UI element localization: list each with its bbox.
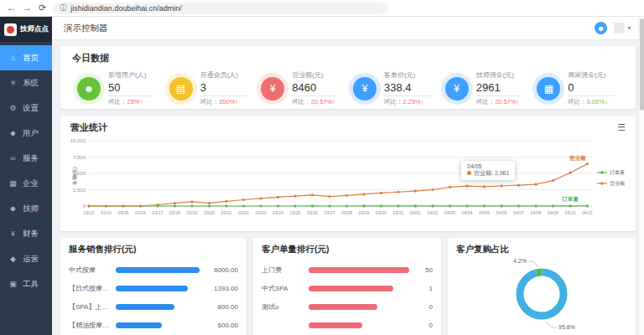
business-stats-card: 营业统计 ☰ 04/05 营业额: 2,961 02,5005,0007,500… (60, 116, 636, 231)
home-icon: ⌂ (8, 54, 18, 62)
x-tick-label: 03/15 (118, 210, 129, 215)
today-data-card: 今日数据 ☻新增用户(人)50环比：25%↑▤开通会员(人)3环比：200%↑¥… (60, 46, 636, 109)
bar-fill (116, 286, 188, 291)
bar-fill (309, 286, 393, 291)
bar-value: 600.00 (205, 322, 238, 329)
revenue-line-label: 营业额 (569, 155, 586, 162)
bar-fill (309, 322, 362, 328)
stat-ratio: 环比：20.57%↑ (292, 98, 339, 106)
bar-value: 1 (414, 285, 433, 292)
sidebar-item-label: 用户 (23, 128, 39, 139)
line-chart-svg: 02,5005,0007,50010,000金额(元)03/1303/1403/… (70, 136, 627, 224)
x-tick-label: 04/04 (462, 210, 473, 215)
bar-value: 6000.00 (205, 266, 238, 274)
price-icon: ¥ (353, 77, 377, 100)
legend-item-label[interactable]: 营业额 (610, 180, 625, 187)
browser-back-icon[interactable]: ← (7, 3, 16, 13)
sidebar: 技师点点 ⌂首页✳系统⚙设置☻用户∞服务▦企业☻技师¥财务◆运营▣工具 (0, 17, 52, 335)
sidebar-item-finance[interactable]: ¥财务 (0, 221, 52, 246)
stat-label: 客单价(元) (384, 70, 431, 80)
commission-icon: ¥ (445, 77, 469, 100)
scrollbar-thumb[interactable] (640, 18, 644, 111)
x-tick-label: 04/05 (479, 210, 490, 215)
chart-menu-icon[interactable]: ☰ (617, 122, 626, 133)
x-tick-label: 03/30 (376, 210, 387, 215)
y-tick-label: 7,500 (73, 155, 86, 160)
bar-value: 0 (414, 322, 433, 329)
sidebar-item-label: 设置 (23, 103, 39, 114)
x-tick-label: 03/21 (221, 210, 232, 215)
sidebar-item-user[interactable]: ☻用户 (0, 121, 52, 146)
bar-row: 【精油按摩】..600.00 (69, 316, 238, 334)
x-tick-label: 03/29 (359, 210, 370, 215)
bar-value: 800.00 (205, 303, 238, 311)
customer-order-ranking-card: 客户单量排行(元) 上门费50中式SPA1测试u00 (253, 238, 441, 335)
bar-row: 0 (262, 316, 433, 334)
x-tick-label: 04/02 (428, 210, 439, 215)
y-tick-label: 0 (83, 204, 86, 209)
sidebar-item-technician[interactable]: ☻技师 (0, 196, 52, 221)
ratio-value: 25%↑ (127, 98, 143, 106)
app-logo[interactable]: 技师点点 (0, 17, 52, 42)
x-tick-label: 03/28 (341, 210, 352, 215)
stat-value: 8460 (292, 80, 339, 96)
stat-ratio: 环比：0.00%↓ (568, 98, 615, 106)
x-tick-label: 04/07 (513, 210, 524, 215)
sidebar-item-label: 服务 (23, 153, 39, 164)
bar-fill (116, 304, 174, 310)
user-menu[interactable]: ▼ (614, 23, 632, 34)
x-tick-label: 04/08 (531, 210, 542, 215)
sidebar-item-enterprise[interactable]: ▦企业 (0, 171, 52, 196)
stat-ratio: 环比：25%↑ (108, 98, 155, 106)
scrollbar[interactable] (638, 17, 644, 335)
legend-item-label[interactable]: 订单量 (610, 170, 625, 175)
ratio-caption: 环比： (200, 98, 220, 106)
stat-item: ¥客单价(元)338.4环比：2.25%↑ (348, 70, 440, 106)
user-menu-box (614, 23, 625, 34)
y-axis-name: 金额(元) (71, 167, 77, 186)
sidebar-item-tools[interactable]: ▣工具 (0, 271, 52, 296)
bar-row: 上门费50 (262, 260, 433, 279)
stat-ratio: 环比：20.57%↑ (476, 98, 523, 106)
x-tick-label: 03/31 (393, 210, 404, 215)
ratio-caption: 环比： (384, 98, 403, 106)
sidebar-item-service[interactable]: ∞服务 (0, 146, 52, 171)
sidebar-item-label: 技师 (23, 204, 39, 214)
stat-item: ¥营业额(元)8460环比：20.57%↑ (256, 70, 348, 106)
ratio-caption: 环比： (108, 98, 127, 106)
x-tick-label: 04/03 (444, 210, 455, 215)
chevron-down-icon: ▼ (626, 25, 632, 31)
stat-item: ▤开通会员(人)3环比：200%↑ (164, 70, 257, 106)
sidebar-item-home[interactable]: ⌂首页 (0, 45, 52, 70)
sidebar-item-label: 系统 (23, 78, 39, 89)
user-avatar[interactable]: ☻ (595, 22, 607, 34)
stat-value: 50 (108, 80, 155, 96)
sidebar-item-system[interactable]: ✳系统 (0, 70, 52, 95)
operations-icon: ◆ (8, 255, 18, 263)
page-title: 演示控制器 (64, 23, 108, 34)
sidebar-item-operations[interactable]: ◆运营 (0, 246, 52, 271)
ratio-caption: 环比： (292, 98, 311, 106)
bar-category: 中式SPA (262, 284, 304, 293)
sidebar-item-label: 运营 (23, 254, 39, 265)
site-info-icon[interactable]: ⓘ (60, 3, 66, 13)
bar-fill (116, 322, 162, 328)
address-bar[interactable]: ⓘ jishidiandian.doubeihai.cn/admin/ (53, 3, 388, 14)
sidebar-item-label: 首页 (23, 53, 39, 64)
x-tick-label: 04/11 (582, 210, 593, 215)
finance-icon: ¥ (8, 229, 18, 238)
stat-item: ☻新增用户(人)50环比：25%↑ (72, 70, 164, 106)
system-icon: ✳ (8, 79, 18, 87)
sidebar-item-settings[interactable]: ⚙设置 (0, 95, 52, 121)
stat-ratio: 环比：2.25%↑ (384, 98, 431, 106)
x-tick-label: 03/20 (204, 210, 215, 215)
bar-fill (309, 267, 409, 273)
browser-refresh-icon[interactable]: ⟳ (39, 3, 46, 13)
logo-icon (4, 23, 17, 36)
merchant-icon: ▦ (537, 77, 560, 100)
customer-order-ranking-title: 客户单量排行(元) (262, 244, 433, 255)
revenue-icon: ¥ (261, 77, 284, 100)
bar-category: 测试u (262, 302, 304, 312)
sidebar-item-label: 企业 (23, 178, 39, 189)
browser-forward-icon[interactable]: → (23, 3, 32, 13)
